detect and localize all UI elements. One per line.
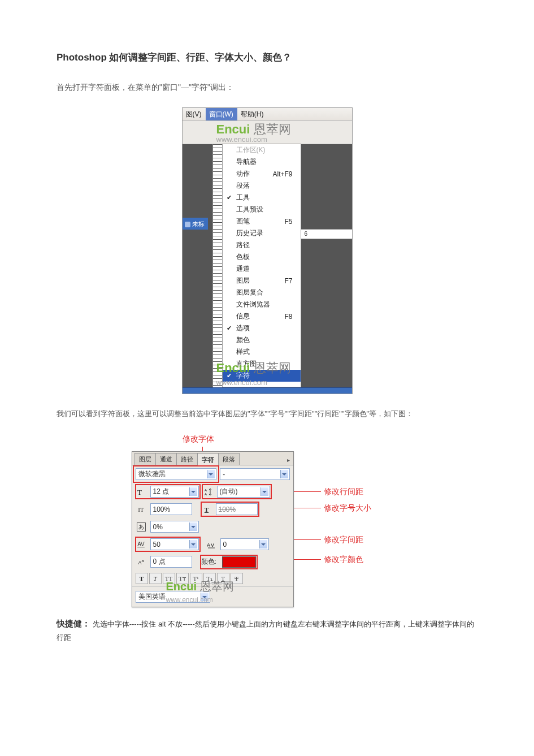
leading-icon: AA — [202, 487, 214, 497]
annotation-color: 修改字颜色 — [324, 555, 363, 565]
menu-item[interactable]: 工具预设 — [223, 204, 301, 215]
intro-paragraph-2: 我们可以看到字符面板，这里可以调整当前选中字体图层的"字体""字号""字间距""… — [57, 408, 477, 420]
ruler-horizontal: 6 — [301, 229, 352, 239]
document-tab[interactable]: 未标 — [183, 218, 208, 230]
toolbar-strip: Encui 恩萃网 www.encui.com — [183, 121, 352, 144]
blue-bottom-bar — [183, 387, 352, 394]
vertical-scale-icon: IT — [136, 504, 147, 515]
panel-tabs: 图层通道路径字符段落▸ — [132, 452, 293, 465]
horizontal-scale-icon: T — [201, 504, 212, 515]
menu-bar: 图(V) 窗口(W) 帮助(H) — [183, 108, 352, 121]
tracking-select[interactable]: 50 — [150, 538, 199, 550]
svg-text:A: A — [205, 489, 207, 492]
panel-tab[interactable]: 通道 — [155, 453, 177, 465]
shortcut-label: 快捷健： — [57, 619, 90, 628]
svg-text:A: A — [207, 542, 210, 548]
menu-item[interactable]: 导航器 — [223, 156, 301, 168]
menu-item[interactable]: 工具 — [223, 192, 301, 204]
canvas-right: 6 — [301, 144, 352, 387]
language-select[interactable]: 美国英语 — [136, 591, 210, 603]
article-title: Photoshop 如何调整字间距、行距、字体大小、颜色？ — [57, 51, 477, 64]
shortcut-text: 先选中字体-----按住 alt 不放-----然后使用小键盘上面的方向键盘左右… — [57, 620, 474, 642]
menu-view[interactable]: 图(V) — [183, 108, 206, 120]
baseline-shift-icon: Aa — [136, 557, 147, 567]
menu-item[interactable]: 文件浏览器 — [223, 299, 301, 310]
style-buttons-row: T T TT Tᴛ T¹ T₁ T T — [132, 571, 293, 586]
tracking-icon: AV — [136, 539, 147, 550]
faux-bold-button[interactable]: T — [136, 573, 148, 584]
font-style-select[interactable]: - — [220, 468, 289, 480]
menu-item[interactable]: 样式 — [223, 346, 301, 358]
intro-paragraph-1: 首先打开字符面板，在菜单的"窗口"—"字符"调出： — [57, 81, 477, 93]
watermark-url: www.encui.com — [216, 135, 267, 144]
screenshot-window-menu: 图(V) 窗口(W) 帮助(H) Encui 恩萃网 www.encui.com… — [182, 107, 353, 394]
canvas-left: 未标 — [183, 144, 222, 387]
menu-item[interactable]: 图层复合 — [223, 287, 301, 299]
leading-select[interactable]: (自动) — [217, 486, 270, 498]
document-icon — [185, 222, 190, 227]
window-menu-dropdown: 工作区(K)导航器动作Alt+F9段落工具工具预设画笔F5历史记录路径色板通道图… — [222, 144, 301, 387]
panel-menu-icon[interactable]: ▸ — [284, 455, 293, 465]
menu-item[interactable]: 动作Alt+F9 — [223, 168, 301, 180]
menu-item[interactable]: 信息F8 — [223, 310, 301, 322]
ruler-vertical — [212, 144, 222, 387]
svg-text:T: T — [137, 488, 142, 496]
horizontal-scale-input[interactable]: 100% — [216, 503, 258, 515]
color-swatch[interactable] — [222, 556, 256, 568]
watermark-logo-bottom: Encui 恩萃网 — [216, 360, 291, 377]
menu-item[interactable]: 历史记录 — [223, 227, 301, 239]
annotation-line — [293, 539, 321, 540]
kerning-select[interactable]: 0 — [220, 538, 269, 550]
annotation-leading: 修改行间距 — [324, 487, 363, 497]
small-caps-button[interactable]: Tᴛ — [176, 573, 189, 584]
panel-tab[interactable]: 路径 — [176, 453, 198, 465]
font-size-icon: T — [136, 487, 147, 497]
annotation-line — [293, 559, 321, 560]
menu-item[interactable]: 通道 — [223, 263, 301, 275]
panel-tab[interactable]: 图层 — [134, 453, 156, 465]
baseline-shift-input[interactable]: 0 点 — [150, 556, 192, 568]
tsume-icon: あ — [136, 522, 147, 532]
document-page: Photoshop 如何调整字间距、行距、字体大小、颜色？ 首先打开字符面板，在… — [0, 0, 534, 756]
menu-item[interactable]: 色板 — [223, 251, 301, 263]
menu-item[interactable]: 路径 — [223, 239, 301, 251]
menu-item[interactable]: 颜色 — [223, 334, 301, 346]
superscript-button[interactable]: T¹ — [190, 573, 202, 584]
vertical-scale-input[interactable]: 100% — [150, 503, 192, 515]
shortcut-paragraph: 快捷健： 先选中字体-----按住 alt 不放-----然后使用小键盘上面的方… — [57, 616, 477, 644]
row-tsume: あ 0% — [132, 518, 293, 535]
row-scale: IT 100% T 100% — [132, 500, 293, 518]
annotation-line — [293, 491, 321, 492]
font-size-select[interactable]: 12 点 — [150, 486, 199, 498]
row-size-leading: T 12 点 AA (自动) — [132, 483, 293, 500]
underline-button[interactable]: T — [217, 573, 229, 584]
row-baseline-color: Aa 0 点 颜色: — [132, 553, 293, 571]
row-tracking: AV 50 AV 0 — [132, 535, 293, 553]
panel-tab[interactable]: 字符 — [197, 453, 219, 465]
screenshot-character-panel: 修改字体 修改行间距 修改字号大小 修改字间距 修改字颜色 图层通道路径字符段落… — [132, 434, 403, 607]
annotation-font: 修改字体 — [183, 434, 214, 444]
menu-item[interactable]: 图层F7 — [223, 275, 301, 287]
annotation-tracking: 修改字间距 — [324, 535, 363, 545]
color-label: 颜色: — [201, 557, 216, 567]
window-body: 未标 工作区(K)导航器动作Alt+F9段落工具工具预设画笔F5历史记录路径色板… — [183, 144, 352, 387]
menu-item[interactable]: 段落 — [223, 180, 301, 192]
row-language: 美国英语 — [132, 586, 293, 607]
svg-text:V: V — [211, 542, 214, 548]
svg-text:A: A — [205, 493, 207, 496]
menu-item[interactable]: 画笔F5 — [223, 215, 301, 227]
menu-help[interactable]: 帮助(H) — [237, 108, 268, 120]
annotation-size: 修改字号大小 — [324, 503, 371, 513]
faux-italic-button[interactable]: T — [149, 573, 162, 584]
all-caps-button[interactable]: TT — [163, 573, 175, 584]
menu-item[interactable]: 选项 — [223, 322, 301, 334]
subscript-button[interactable]: T₁ — [203, 573, 216, 584]
tsume-select[interactable]: 0% — [150, 521, 199, 533]
character-panel: 图层通道路径字符段落▸ 微软雅黑 - T 12 点 AA — [132, 451, 294, 607]
menu-window[interactable]: 窗口(W) — [206, 108, 237, 120]
menu-item[interactable]: 工作区(K) — [223, 144, 301, 156]
strikethrough-button[interactable]: T — [231, 573, 243, 584]
font-family-select[interactable]: 微软雅黑 — [136, 468, 217, 480]
watermark-url-bottom: www.encui.com — [216, 378, 267, 387]
panel-tab[interactable]: 段落 — [218, 453, 240, 465]
